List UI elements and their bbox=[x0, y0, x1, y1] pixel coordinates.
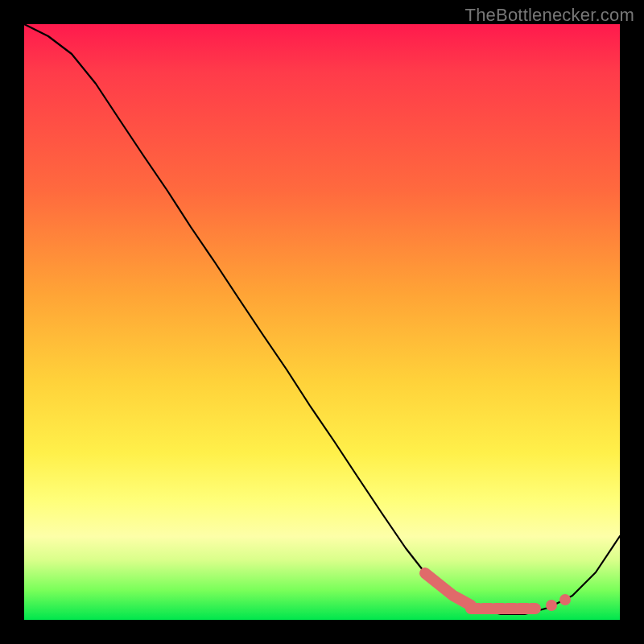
chart-plot-area bbox=[24, 24, 620, 620]
curve-path bbox=[24, 24, 620, 614]
watermark-text: TheBottlenecker.com bbox=[465, 5, 634, 26]
bottleneck-curve bbox=[24, 24, 620, 620]
marker-dot-1 bbox=[546, 600, 557, 611]
marker-thick-descent bbox=[425, 573, 471, 605]
marker-dot-2 bbox=[559, 594, 571, 605]
chart-frame: TheBottlenecker.com bbox=[0, 0, 644, 644]
